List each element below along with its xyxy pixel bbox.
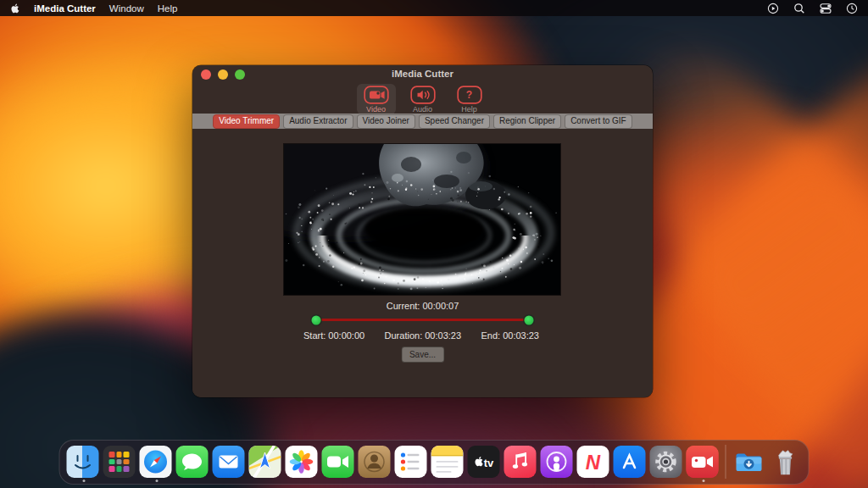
control-center-icon[interactable] <box>820 3 832 14</box>
tab-video-joiner[interactable]: Video Joiner <box>357 114 415 129</box>
dock-app-store-icon[interactable] <box>614 446 646 478</box>
range-labels: Start: 00:00:00 Duration: 00:03:23 End: … <box>303 330 539 341</box>
toolbar-video-label: Video <box>366 105 386 114</box>
dock-facetime-icon[interactable] <box>322 446 354 478</box>
dock-maps-icon[interactable] <box>249 446 281 478</box>
dock-mail-icon[interactable] <box>213 446 245 478</box>
dock-imedia-cutter-icon[interactable] <box>687 446 719 478</box>
spotlight-search-icon[interactable] <box>793 3 805 14</box>
apple-menu-icon[interactable] <box>10 3 20 14</box>
tab-audio-extractor[interactable]: Audio Extractor <box>283 114 353 129</box>
tab-region-clipper[interactable]: Region Clipper <box>493 114 561 129</box>
dock-messages-icon[interactable] <box>176 446 209 478</box>
toolbar-help-button[interactable]: ? Help <box>450 84 489 114</box>
svg-text:tv: tv <box>484 457 494 469</box>
duration-label: Duration: 00:03:23 <box>385 330 462 341</box>
imedia-cutter-window: iMedia Cutter Video <box>192 65 653 397</box>
tab-video-trimmer[interactable]: Video Trimmer <box>213 114 280 129</box>
toolbar-audio-button[interactable]: Audio <box>403 84 442 114</box>
start-time-label: Start: 00:00:00 <box>303 330 364 341</box>
dock: tv N <box>59 440 810 485</box>
dock-music-icon[interactable] <box>504 446 537 478</box>
dock-separator <box>726 445 726 479</box>
speaker-audio-icon <box>410 86 436 104</box>
dock-tv-icon[interactable]: tv <box>468 446 500 478</box>
current-time-label: Current: 00:00:07 <box>192 301 653 311</box>
dock-downloads-folder-icon[interactable] <box>733 446 765 478</box>
dock-news-icon[interactable]: N <box>577 446 609 478</box>
video-camera-icon <box>364 86 389 104</box>
window-titlebar[interactable]: iMedia Cutter <box>192 65 653 83</box>
dock-notes-icon[interactable] <box>431 446 464 478</box>
tab-strip: Video TrimmerAudio ExtractorVideo Joiner… <box>192 114 653 129</box>
dock-contacts-icon[interactable] <box>359 446 391 478</box>
dock-safari-icon[interactable] <box>140 446 172 478</box>
menubar-menus: WindowHelp <box>109 3 178 14</box>
trimmer-panel: Current: 00:00:07 Start: 00:00:00 Durati… <box>192 129 653 397</box>
dock-trash-icon[interactable] <box>770 446 802 478</box>
clock-icon[interactable] <box>846 3 858 14</box>
slider-track[interactable] <box>315 319 530 321</box>
toolbar-video-button[interactable]: Video <box>357 84 396 114</box>
menu-window[interactable]: Window <box>109 3 144 14</box>
menu-app-name[interactable]: iMedia Cutter <box>34 3 96 14</box>
trim-start-handle[interactable] <box>312 315 321 324</box>
menu-help[interactable]: Help <box>158 3 178 14</box>
toolbar-help-label: Help <box>461 105 477 114</box>
window-title: iMedia Cutter <box>192 69 653 79</box>
end-time-label: End: 00:03:23 <box>481 330 539 341</box>
trim-end-handle[interactable] <box>525 315 534 324</box>
trim-range-slider[interactable] <box>311 314 534 325</box>
dock-podcasts-icon[interactable] <box>541 446 573 478</box>
dock-finder-icon[interactable] <box>67 446 99 478</box>
save-button[interactable]: Save... <box>401 347 444 363</box>
dock-reminders-icon[interactable] <box>395 446 427 478</box>
help-glyph: ? <box>466 86 472 104</box>
dock-photos-icon[interactable] <box>286 446 318 478</box>
tab-convert-to-gif[interactable]: Convert to GIF <box>565 114 632 129</box>
svg-text:N: N <box>586 451 601 474</box>
dock-system-settings-icon[interactable] <box>650 446 682 478</box>
question-mark-icon: ? <box>457 86 482 104</box>
menu-bar: iMedia Cutter WindowHelp <box>0 0 868 16</box>
window-toolbar: Video Audio ? Help <box>192 83 653 114</box>
dock-launchpad-icon[interactable] <box>103 446 136 478</box>
video-preview[interactable] <box>284 144 560 295</box>
toolbar-audio-label: Audio <box>413 105 432 114</box>
tab-speed-changer[interactable]: Speed Changer <box>419 114 490 129</box>
now-playing-icon[interactable] <box>767 3 779 14</box>
